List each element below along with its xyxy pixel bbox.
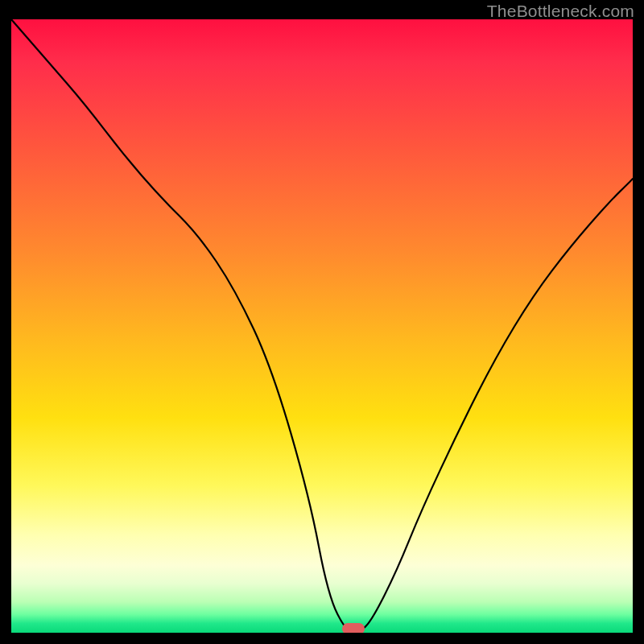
bottleneck-curve	[11, 19, 633, 633]
plot-area	[11, 19, 633, 633]
watermark-text: TheBottleneck.com	[487, 2, 634, 21]
chart-frame: TheBottleneck.com	[0, 0, 644, 644]
min-marker-pill	[342, 623, 365, 633]
